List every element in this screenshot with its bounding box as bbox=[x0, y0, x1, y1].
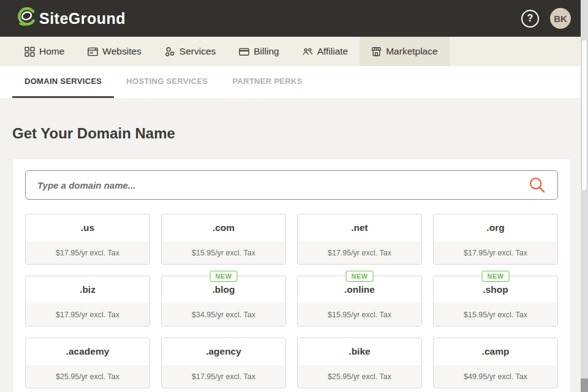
page-content: Get Your Domain Name .us $17.95/y bbox=[0, 98, 581, 392]
domain-tld: .agency bbox=[162, 338, 285, 365]
nav-label: Marketplace bbox=[386, 46, 437, 57]
nav-item-services[interactable]: Services bbox=[153, 37, 227, 66]
subtab-label: HOSTING SERVICES bbox=[126, 77, 208, 86]
domain-price: $17.95/yr excl. Tax bbox=[434, 241, 557, 264]
domain-card[interactable]: .bike $25.95/yr excl. Tax bbox=[297, 337, 422, 388]
domain-card[interactable]: .us $17.95/yr excl. Tax bbox=[25, 214, 150, 265]
domain-card[interactable]: NEW .shop $15.95/yr excl. Tax bbox=[433, 276, 558, 326]
main-nav: Home Websites Services Billing bbox=[0, 37, 581, 66]
domain-card[interactable]: .com $15.95/yr excl. Tax bbox=[161, 214, 286, 265]
subtab-label: PARTNER PERKS bbox=[233, 77, 303, 86]
nav-item-home[interactable]: Home bbox=[13, 37, 76, 66]
browser-icon bbox=[88, 47, 98, 57]
nav-item-marketplace[interactable]: Marketplace bbox=[360, 37, 449, 66]
help-icon[interactable]: ? bbox=[521, 10, 539, 28]
credit-card-icon bbox=[239, 47, 249, 57]
nav-item-billing[interactable]: Billing bbox=[227, 37, 290, 66]
vertical-scrollbar[interactable] bbox=[581, 0, 588, 392]
domain-search-input[interactable] bbox=[25, 170, 558, 200]
tab-hosting-services[interactable]: HOSTING SERVICES bbox=[114, 66, 220, 98]
domain-card[interactable]: .biz $17.95/yr excl. Tax bbox=[25, 276, 150, 326]
nav-label: Billing bbox=[254, 46, 279, 57]
domain-tld: .us bbox=[26, 214, 149, 241]
scrollbar-thumb[interactable] bbox=[581, 39, 587, 191]
grid-icon bbox=[24, 47, 35, 57]
domain-card[interactable]: .camp $49.95/yr excl. Tax bbox=[433, 337, 558, 388]
domain-tld: .biz bbox=[26, 276, 149, 303]
tab-partner-perks[interactable]: PARTNER PERKS bbox=[221, 66, 315, 98]
nav-label: Services bbox=[179, 46, 216, 57]
siteground-logo[interactable]: SiteGround bbox=[16, 7, 126, 30]
domain-card[interactable]: .agency $17.95/yr excl. Tax bbox=[161, 337, 286, 388]
app-viewport: SiteGround ? BK Home Websites bbox=[0, 0, 581, 392]
domain-price: $17.95/yr excl. Tax bbox=[162, 365, 285, 388]
brand-name: SiteGround bbox=[39, 10, 126, 28]
domain-tld: .com bbox=[162, 214, 285, 241]
domain-searchbox bbox=[25, 170, 558, 200]
nav-label: Websites bbox=[102, 46, 141, 57]
domain-tld: .camp bbox=[434, 338, 557, 365]
people-icon bbox=[303, 47, 313, 57]
avatar-initials: BK bbox=[554, 13, 567, 24]
domain-price: $25.95/yr excl. Tax bbox=[26, 365, 149, 388]
marketplace-subnav: DOMAIN SERVICES HOSTING SERVICES PARTNER… bbox=[0, 66, 581, 98]
subtab-label: DOMAIN SERVICES bbox=[24, 77, 102, 86]
domain-search-panel: .us $17.95/yr excl. Tax .com $15.95/yr e… bbox=[12, 158, 571, 392]
domain-card[interactable]: .net $17.95/yr excl. Tax bbox=[297, 214, 422, 265]
domain-price: $17.95/yr excl. Tax bbox=[298, 241, 421, 264]
domain-price: $17.95/yr excl. Tax bbox=[26, 303, 149, 326]
domain-card[interactable]: .academy $25.95/yr excl. Tax bbox=[25, 337, 150, 388]
domain-cards-grid: .us $17.95/yr excl. Tax .com $15.95/yr e… bbox=[25, 214, 558, 388]
nav-item-affiliate[interactable]: Affiliate bbox=[291, 37, 360, 66]
domain-price: $15.95/yr excl. Tax bbox=[298, 303, 421, 326]
domain-tld: .org bbox=[434, 214, 557, 241]
domain-card[interactable]: NEW .online $15.95/yr excl. Tax bbox=[297, 276, 422, 326]
domain-tld: .bike bbox=[298, 338, 421, 365]
search-icon[interactable] bbox=[529, 176, 546, 194]
user-avatar[interactable]: BK bbox=[550, 8, 571, 29]
domain-price: $25.95/yr excl. Tax bbox=[298, 365, 421, 388]
new-badge: NEW bbox=[346, 271, 374, 282]
tab-domain-services[interactable]: DOMAIN SERVICES bbox=[12, 66, 114, 98]
domain-card[interactable]: NEW .blog $34.95/yr excl. Tax bbox=[161, 276, 286, 326]
new-badge: NEW bbox=[482, 271, 510, 282]
domain-tld: .academy bbox=[26, 338, 149, 365]
domain-price: $17.95/yr excl. Tax bbox=[26, 241, 149, 264]
domain-price: $49.95/yr excl. Tax bbox=[434, 365, 557, 388]
domain-price: $34.95/yr excl. Tax bbox=[162, 303, 285, 326]
domain-card[interactable]: .org $17.95/yr excl. Tax bbox=[433, 214, 558, 265]
domain-tld: .net bbox=[298, 214, 421, 241]
domain-price: $15.95/yr excl. Tax bbox=[434, 303, 557, 326]
top-header: SiteGround ? BK bbox=[0, 0, 581, 37]
nodes-icon bbox=[165, 47, 175, 57]
page-title: Get Your Domain Name bbox=[0, 98, 581, 158]
nav-label: Affiliate bbox=[317, 46, 349, 57]
siteground-logo-icon bbox=[16, 7, 37, 30]
nav-item-websites[interactable]: Websites bbox=[76, 37, 153, 66]
new-badge: NEW bbox=[210, 271, 238, 282]
nav-label: Home bbox=[39, 46, 64, 57]
storefront-icon bbox=[371, 47, 382, 57]
help-glyph: ? bbox=[527, 13, 533, 24]
domain-price: $15.95/yr excl. Tax bbox=[162, 241, 285, 264]
scrollbar-bottom-button[interactable] bbox=[581, 379, 588, 392]
